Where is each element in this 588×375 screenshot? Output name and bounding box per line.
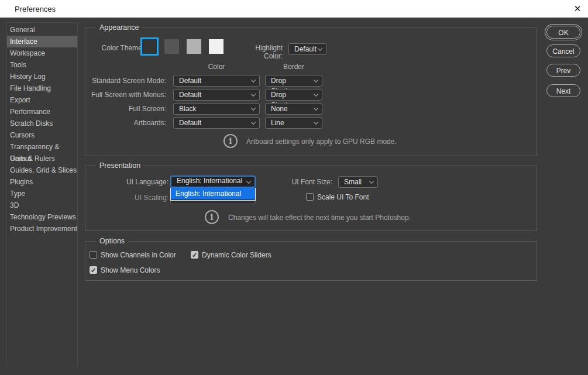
dropdown-value: Default xyxy=(179,77,201,85)
full-screen-menus-border-dropdown[interactable]: Drop Shadow xyxy=(265,89,322,101)
restart-info-text: Changes will take effect the next time y… xyxy=(228,214,411,222)
options-legend: Options xyxy=(96,237,128,245)
scale-ui-to-font-checkbox[interactable] xyxy=(306,193,314,201)
ui-language-value: English: International xyxy=(177,177,242,185)
artboard-info-text: Artboard settings only apply to GPU RGB … xyxy=(246,137,397,146)
close-icon[interactable]: ✕ xyxy=(570,2,584,16)
sidebar-item-performance[interactable]: Performance xyxy=(7,106,77,118)
sidebar-item-guides-grid-slices[interactable]: Guides, Grid & Slices xyxy=(7,164,77,176)
artboards-border-dropdown[interactable]: Line xyxy=(265,117,322,129)
dynamic-color-sliders-checkbox[interactable]: ✓ xyxy=(191,251,198,259)
presentation-legend: Presentation xyxy=(96,161,144,170)
chevron-down-icon xyxy=(251,77,256,82)
show-menu-colors-checkbox[interactable]: ✓ xyxy=(90,266,97,274)
sidebar-item-export[interactable]: Export xyxy=(7,94,77,106)
color-theme-swatch-dark[interactable] xyxy=(164,39,179,54)
standard-screen-mode-border-dropdown[interactable]: Drop Shadow xyxy=(265,75,322,87)
scale-ui-to-font-label: Scale UI To Font xyxy=(317,193,369,201)
sidebar-item-interface[interactable]: Interface xyxy=(7,36,77,47)
cancel-button[interactable]: Cancel xyxy=(546,44,580,57)
sidebar-item-history-log[interactable]: History Log xyxy=(7,71,77,82)
window-title: Preferences xyxy=(15,5,56,13)
sidebar-item-type[interactable]: Type xyxy=(7,188,77,199)
highlight-color-dropdown[interactable]: Default xyxy=(288,43,326,55)
sidebar-item-general[interactable]: General xyxy=(7,24,77,36)
artboards-color-dropdown[interactable]: Default xyxy=(173,117,260,129)
dropdown-value: Black xyxy=(179,105,196,113)
sidebar-item-technology-previews[interactable]: Technology Previews xyxy=(7,211,77,223)
ui-language-list-item[interactable]: English: International xyxy=(171,188,255,199)
next-button[interactable]: Next xyxy=(546,84,580,97)
sidebar-item-file-handling[interactable]: File Handling xyxy=(7,82,77,94)
sidebar-item-workspace[interactable]: Workspace xyxy=(7,47,77,59)
chevron-down-icon xyxy=(251,119,256,124)
sidebar-item-scratch-disks[interactable]: Scratch Disks xyxy=(7,118,77,129)
preferences-dialog: Preferences ✕ General Interface Workspac… xyxy=(0,0,588,375)
info-icon: i xyxy=(223,134,238,148)
full-screen-color-dropdown[interactable]: Black xyxy=(173,103,260,115)
prev-button[interactable]: Prev xyxy=(546,64,580,77)
full-screen-menus-label: Full Screen with Menus: xyxy=(85,91,166,99)
chevron-down-icon xyxy=(251,91,256,96)
ui-font-size-value: Small xyxy=(344,178,362,186)
dropdown-value: Line xyxy=(271,119,284,127)
artboards-label: Artboards: xyxy=(85,119,166,127)
ui-language-label: UI Language: xyxy=(85,178,169,186)
full-screen-menus-color-dropdown[interactable]: Default xyxy=(173,89,260,101)
color-theme-swatch-light[interactable] xyxy=(187,39,201,54)
presentation-group: Presentation UI Language: English: Inter… xyxy=(85,166,537,231)
chevron-down-icon xyxy=(314,119,318,124)
chevron-down-icon xyxy=(314,91,318,96)
standard-screen-mode-color-dropdown[interactable]: Default xyxy=(173,75,260,87)
show-menu-colors-label: Show Menu Colors xyxy=(101,266,160,274)
options-group: Options Show Channels in Color ✓ Dynamic… xyxy=(85,241,537,281)
sidebar-item-units-rulers[interactable]: Units & Rulers xyxy=(7,153,77,164)
chevron-down-icon xyxy=(314,105,318,110)
sidebar-item-plugins[interactable]: Plugins xyxy=(7,176,77,188)
dynamic-color-sliders-label: Dynamic Color Sliders xyxy=(202,251,271,259)
sidebar-item-3d[interactable]: 3D xyxy=(7,199,77,211)
ok-button[interactable]: OK xyxy=(546,26,580,39)
show-channels-in-color-label: Show Channels in Color xyxy=(101,251,176,259)
chevron-down-icon xyxy=(246,178,251,183)
highlight-color-label: Highlight Color: xyxy=(235,44,283,60)
appearance-legend: Appearance xyxy=(96,23,142,32)
ui-language-open-list: English: International xyxy=(170,188,256,201)
dropdown-value: None xyxy=(271,105,288,113)
chevron-down-icon xyxy=(314,77,318,82)
sidebar-item-cursors[interactable]: Cursors xyxy=(7,129,77,141)
chevron-down-icon xyxy=(369,178,374,183)
sidebar-item-product-improvement[interactable]: Product Improvement xyxy=(7,223,77,235)
color-theme-swatch-darkest[interactable] xyxy=(140,37,159,56)
sidebar-item-transparency-gamut[interactable]: Transparency & Gamut xyxy=(7,141,77,153)
sidebar-item-tools[interactable]: Tools xyxy=(7,59,77,71)
chevron-down-icon xyxy=(251,105,256,110)
ui-font-size-label: UI Font Size: xyxy=(274,178,332,186)
color-column-header: Color xyxy=(173,63,260,71)
ui-language-dropdown[interactable]: English: International xyxy=(170,176,256,188)
dropdown-value: Default xyxy=(179,119,201,127)
full-screen-label: Full Screen: xyxy=(85,105,166,113)
full-screen-border-dropdown[interactable]: None xyxy=(265,103,322,115)
highlight-color-value: Default xyxy=(294,45,317,53)
info-icon: i xyxy=(205,210,219,224)
chevron-down-icon xyxy=(318,46,322,50)
ui-font-size-dropdown[interactable]: Small xyxy=(338,176,378,188)
preferences-sidebar: General Interface Workspace Tools Histor… xyxy=(6,22,78,367)
show-channels-in-color-checkbox[interactable] xyxy=(90,251,97,259)
dialog-body: General Interface Workspace Tools Histor… xyxy=(0,18,588,375)
dropdown-value: Default xyxy=(179,91,201,99)
color-theme-swatch-lightest[interactable] xyxy=(209,39,223,54)
appearance-group: Appearance Color Theme: Highlight Color:… xyxy=(85,27,537,156)
ui-scaling-label: UI Scaling: xyxy=(85,194,169,202)
standard-screen-mode-label: Standard Screen Mode: xyxy=(85,77,166,85)
color-theme-label: Color Theme: xyxy=(85,44,144,52)
border-column-header: Border xyxy=(265,63,322,71)
titlebar: Preferences ✕ xyxy=(0,0,588,18)
